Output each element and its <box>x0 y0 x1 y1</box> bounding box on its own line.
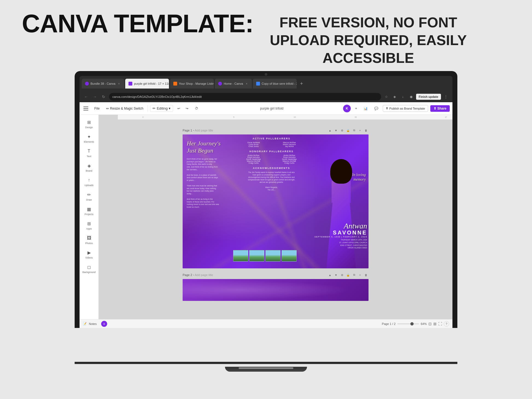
sidebar-label-photos: Photos <box>85 242 93 245</box>
zoom-slider[interactable] <box>397 323 419 324</box>
browser-tab-3[interactable]: Your Shop - Manage Listings × <box>170 79 214 89</box>
tab-favicon-shop <box>173 82 177 86</box>
sidebar-label-brand: Brand <box>86 169 92 172</box>
tab-close-1[interactable]: × <box>117 82 121 86</box>
browser-tab-2[interactable]: purple girl trifold - 17 × 11in × <box>125 79 169 89</box>
sidebar-item-uploads[interactable]: ↑ Uploads <box>81 175 97 189</box>
add-collaborator-button[interactable]: + <box>353 105 359 112</box>
finish-update-button[interactable]: Finish update <box>416 94 441 100</box>
view-mode-icon-2[interactable]: ⊞ <box>433 322 437 326</box>
design-canvas-page-2[interactable] <box>183 279 369 301</box>
page-2-controls: ▲ ▼ ⚙ 🔒 ⧉ + 🗑 <box>328 272 369 277</box>
page-2-down-btn[interactable]: ▼ <box>334 272 338 277</box>
comments-icon[interactable]: 💬 <box>372 105 381 112</box>
back-button[interactable]: ← <box>83 93 89 100</box>
forward-button[interactable]: → <box>92 93 98 100</box>
tab-label-3: Your Shop - Manage Listings <box>179 82 214 85</box>
sidebar-label-uploads: Uploads <box>84 184 93 187</box>
browser-actions: ☆ ◈ ↓ ◉ Finish update ⋮ <box>383 93 449 100</box>
sidebar-item-design[interactable]: ⊞ Design <box>81 117 97 131</box>
tab-label-1: Bundle 38 - Canva <box>90 82 115 85</box>
extension-icon-3[interactable]: ◉ <box>408 93 414 100</box>
timer-button[interactable]: ⏱ <box>193 105 200 112</box>
page-2-copy-btn[interactable]: ⧉ <box>352 272 356 277</box>
resize-icon: ⇔ <box>106 107 109 110</box>
share-button[interactable]: ⬆ Share <box>430 105 450 112</box>
page-2-settings-btn[interactable]: ⚙ <box>340 272 344 277</box>
her-journey-title: Her Journey'sJust Begun <box>187 140 233 154</box>
user-avatar[interactable]: K <box>343 105 351 112</box>
sidebar-item-background[interactable]: ◻ Background <box>81 262 97 276</box>
tab-close-4[interactable]: × <box>245 82 249 86</box>
photo-4 <box>282 250 297 262</box>
undo-button[interactable]: ↩ <box>175 105 182 112</box>
address-bar[interactable]: canva.com/design/DAGAZlveDLY/J2BnCtx1Op4… <box>109 93 381 101</box>
page-2-label: Page 2 • Add page title <box>183 273 213 277</box>
videos-icon: ▶ <box>86 250 92 256</box>
active-pallbearers-list: Oscar AshlandLouis AmosChad Jones Marcus… <box>236 142 307 147</box>
woman-figure <box>314 154 369 268</box>
horizontal-ruler: 0 5 10 15 17 <box>118 115 452 120</box>
page-2-lock-btn[interactable]: 🔒 <box>346 272 350 277</box>
resize-magic-switch[interactable]: ⇔ Resize & Magic Switch <box>104 105 145 112</box>
tab-favicon-copy <box>256 82 260 86</box>
editor-main: ⊞ Design ✦ Elements T Text ◈ <box>80 115 452 319</box>
uploads-icon: ↑ <box>86 177 92 183</box>
page-2-delete-btn[interactable]: 🗑 <box>364 272 369 277</box>
woman-hair <box>330 159 352 184</box>
page-1-settings-btn[interactable]: ⚙ <box>340 128 344 133</box>
help-icon[interactable]: ? <box>444 321 449 327</box>
fullscreen-icon[interactable]: ⛶ <box>438 322 442 326</box>
sidebar-item-videos[interactable]: ▶ Videos <box>81 247 97 261</box>
browser-tab-5[interactable]: Copy of blue sere trifold - 27... × <box>253 79 297 89</box>
sidebar-item-apps[interactable]: ⊞ Apps <box>81 218 97 232</box>
page-1-container: Page 1 • Add page title ▲ ▼ ⚙ 🔒 ⧉ <box>183 128 369 268</box>
design-canvas-page-1[interactable]: Her Journey'sJust Begun Don't think of h… <box>183 134 369 268</box>
browser-tab-4[interactable]: Home - Canva × <box>215 79 252 89</box>
file-label: File <box>94 107 100 110</box>
refresh-button[interactable]: ↻ <box>100 93 107 100</box>
sidebar-item-brand[interactable]: ◈ Brand <box>81 160 97 174</box>
file-menu[interactable]: File <box>92 105 102 112</box>
browser-tab-1[interactable]: Bundle 38 - Canva × <box>82 79 124 89</box>
page-2-container: Page 2 • Add page title ▲ ▼ ⚙ 🔒 ⧉ <box>183 272 369 301</box>
page-2-up-btn[interactable]: ▲ <box>328 272 332 277</box>
tagline: FREE VERSION, NO FONT UPLOAD REQUIRED, E… <box>270 11 467 67</box>
editing-dropdown[interactable]: ✏ Editing ▾ <box>150 105 173 112</box>
page-2-add-btn[interactable]: + <box>358 272 363 277</box>
page-1-lock-btn[interactable]: 🔒 <box>346 128 350 133</box>
page-1-delete-btn[interactable]: 🗑 <box>364 128 369 133</box>
extension-icon-1[interactable]: ◈ <box>391 93 398 100</box>
service-details: THURSDAY MARCH 14TH, 2024 ST. JOHN'S EPI… <box>312 239 367 249</box>
sidebar-item-photos[interactable]: 🖼 Photos <box>81 233 97 247</box>
sidebar-label-text: Text <box>87 155 91 158</box>
page-1-add-btn[interactable]: + <box>358 128 363 133</box>
bookmark-icon[interactable]: ☆ <box>383 93 390 100</box>
menu-icon[interactable]: ⋮ <box>443 93 449 100</box>
screen-bezel: Bundle 38 - Canva × purple girl trifold … <box>80 76 452 328</box>
sidebar-item-elements[interactable]: ✦ Elements <box>81 131 97 145</box>
publish-brand-template-button[interactable]: ⬆ Publish as Brand Template <box>383 105 428 112</box>
sidebar-item-text[interactable]: T Text <box>81 146 97 160</box>
text-icon: T <box>86 148 92 154</box>
page-1-down-btn[interactable]: ▼ <box>334 128 338 133</box>
status-bar: 📝 Notes + Page 1 / 2 64% ⊡ ⊞ ⛶ ? <box>80 319 452 328</box>
sidebar-label-apps: Apps <box>86 227 92 230</box>
new-tab-button[interactable]: + <box>298 80 305 87</box>
page-1-copy-btn[interactable]: ⧉ <box>352 128 356 133</box>
url-text: canva.com/design/DAGAZlveDLY/J2BnCtx1Op4… <box>112 95 202 98</box>
page-2-label-row: Page 2 • Add page title ▲ ▼ ⚙ 🔒 ⧉ <box>183 272 369 277</box>
sidebar-item-draw[interactable]: ✏ Draw <box>81 189 97 203</box>
redo-button[interactable]: ↪ <box>183 105 191 112</box>
page-1-up-btn[interactable]: ▲ <box>328 128 332 133</box>
extension-icon-2[interactable]: ↓ <box>400 93 406 100</box>
sidebar-item-projects[interactable]: ▦ Projects <box>81 204 97 218</box>
analytics-icon[interactable]: 📊 <box>361 105 370 112</box>
notes-label[interactable]: Notes <box>89 322 97 325</box>
view-mode-icon-1[interactable]: ⊡ <box>428 322 432 326</box>
sidebar-label-elements: Elements <box>84 140 94 143</box>
hamburger-menu[interactable] <box>82 105 90 112</box>
canvas-area[interactable]: 0 5 10 15 17 <box>99 115 452 319</box>
add-page-button[interactable]: + <box>101 321 107 327</box>
active-pallbearers-title: ACTIVE PALLBEARERS <box>236 137 307 140</box>
